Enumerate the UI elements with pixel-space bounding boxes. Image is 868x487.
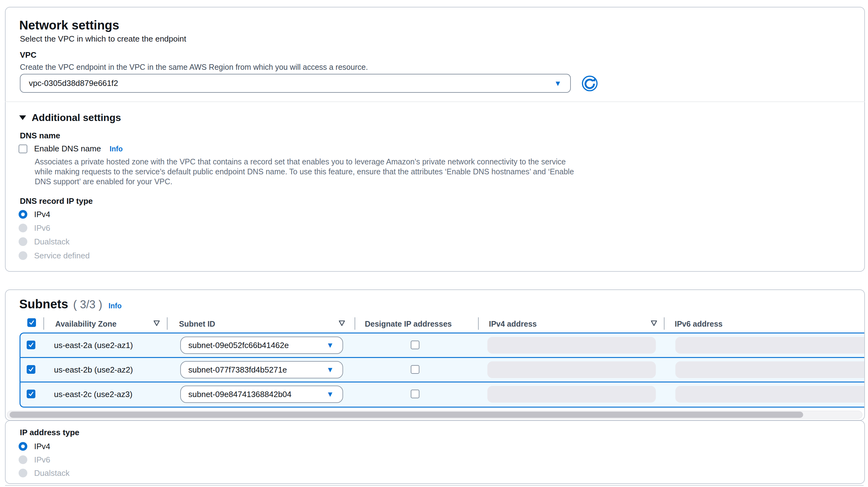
dns-ip-radio-dualstack-label: Dualstack xyxy=(34,237,69,247)
network-settings-title: Network settings xyxy=(19,18,119,32)
subnet-select-value: subnet-09e84741368842b04 xyxy=(188,386,291,402)
subnets-title: Subnets xyxy=(19,297,68,311)
subnets-count: ( 3/3 ) xyxy=(73,298,102,311)
col-header-subnet-id: Subnet ID xyxy=(179,319,215,329)
subnets-section: Subnets ( 3/3 ) Info Availability Zone S… xyxy=(5,290,865,421)
enable-dns-label: Enable DNS name xyxy=(34,144,101,154)
refresh-button[interactable] xyxy=(581,75,598,92)
sort-filter-icon-subnet-id[interactable] xyxy=(338,320,345,326)
ip-type-radio-ipv4: IPv4 xyxy=(19,442,50,451)
dns-description-line1: Associates a private hosted zone with th… xyxy=(35,157,574,166)
ip-address-type-label: IP address type xyxy=(20,428,80,437)
dns-description-line3: DNS support’ are enabled for your VPC. xyxy=(35,177,574,186)
dns-ip-radio-ipv4-label: IPv4 xyxy=(34,210,50,219)
select-all-checkbox[interactable] xyxy=(27,318,36,327)
col-header-availability-zone: Availability Zone xyxy=(55,319,117,329)
radio-selected-icon[interactable] xyxy=(19,210,27,219)
radio-selected-icon[interactable] xyxy=(19,442,27,451)
enable-dns-row: Enable DNS name Info xyxy=(19,144,123,154)
next-section-top-edge xyxy=(5,485,864,486)
ip-type-radio-ipv6: IPv6 xyxy=(19,455,50,465)
subnets-table: us-east-2a (use2-az1) subnet-09e052fc66b… xyxy=(20,333,864,407)
dns-name-label: DNS name xyxy=(20,131,60,141)
ip-type-radio-ipv4-label: IPv4 xyxy=(34,442,50,451)
subnet-select[interactable]: subnet-09e052fc66b41462e ▼ xyxy=(180,337,343,354)
subnet-select[interactable]: subnet-09e84741368842b04 ▼ xyxy=(180,386,343,403)
sort-filter-icon-ipv4[interactable] xyxy=(651,320,657,326)
enable-dns-checkbox[interactable] xyxy=(19,145,27,153)
table-row: us-east-2c (use2-az3) subnet-09e84741368… xyxy=(21,383,864,406)
horizontal-scrollbar-track[interactable] xyxy=(7,411,862,419)
ip-type-radio-dualstack: Dualstack xyxy=(19,468,69,478)
chevron-down-icon: ▼ xyxy=(327,362,334,378)
dns-ip-radio-ipv6-label: IPv6 xyxy=(34,223,50,233)
row-select-checkbox[interactable] xyxy=(27,390,35,398)
check-icon xyxy=(28,391,34,397)
ipv6-address-field xyxy=(675,361,864,378)
dns-description: Associates a private hosted zone with th… xyxy=(35,157,574,186)
ipv4-address-field xyxy=(487,337,656,354)
ip-type-radio-dualstack-label: Dualstack xyxy=(34,468,69,478)
vpc-label: VPC xyxy=(20,50,36,60)
col-header-ipv6-address: IPv6 address xyxy=(675,319,722,329)
ipv4-address-field xyxy=(487,386,656,403)
ipv6-address-field xyxy=(675,337,864,354)
col-header-ipv4-address: IPv4 address xyxy=(489,319,537,329)
column-divider xyxy=(43,317,44,330)
section-divider xyxy=(5,101,865,102)
ipv4-address-field xyxy=(487,361,656,378)
check-icon xyxy=(29,319,35,326)
row-select-checkbox[interactable] xyxy=(27,341,35,349)
check-icon xyxy=(28,366,34,372)
radio-disabled-icon xyxy=(19,237,27,246)
vpc-select[interactable]: vpc-0305d38d879e661f2 ▼ xyxy=(20,74,571,93)
radio-disabled-icon xyxy=(19,224,27,232)
dns-description-line2: while making requests to the service’s d… xyxy=(35,166,574,177)
radio-disabled-icon xyxy=(19,469,27,477)
check-icon xyxy=(28,342,34,348)
col-header-designate-ip: Designate IP addresses xyxy=(365,319,452,329)
designate-ip-checkbox[interactable] xyxy=(411,365,420,374)
dns-record-ip-type-label: DNS record IP type xyxy=(20,196,93,206)
table-row: us-east-2b (use2-az2) subnet-077f7383fd4… xyxy=(21,358,864,383)
horizontal-scrollbar-thumb[interactable] xyxy=(10,412,803,418)
dns-ip-radio-service-defined: Service defined xyxy=(19,251,90,261)
vpc-endpoint-create-page: Network settings Select the VPC in which… xyxy=(0,0,868,487)
subnets-title-row: Subnets ( 3/3 ) Info xyxy=(19,297,122,311)
designate-ip-checkbox[interactable] xyxy=(411,390,420,398)
ip-address-type-section: IP address type IPv4 IPv6 Dualstack xyxy=(5,420,865,484)
network-settings-section: Network settings Select the VPC in which… xyxy=(5,7,865,272)
subnets-info-link[interactable]: Info xyxy=(108,302,122,310)
subnet-select[interactable]: subnet-077f7383fd4b5271e ▼ xyxy=(180,361,343,378)
dns-ip-radio-ipv6: IPv6 xyxy=(19,223,50,233)
chevron-down-icon: ▼ xyxy=(327,386,334,402)
dns-info-link[interactable]: Info xyxy=(110,145,123,153)
availability-zone-cell: us-east-2b (use2-az2) xyxy=(54,358,133,382)
vpc-description: Create the VPC endpoint in the VPC in th… xyxy=(20,62,368,72)
ip-type-radio-ipv6-label: IPv6 xyxy=(34,455,50,465)
designate-ip-checkbox[interactable] xyxy=(411,341,420,349)
ipv6-address-field xyxy=(675,386,864,403)
radio-disabled-icon xyxy=(19,455,27,464)
expander-triangle-icon xyxy=(19,115,26,120)
additional-settings-title: Additional settings xyxy=(32,111,121,124)
vpc-select-value: vpc-0305d38d879e661f2 xyxy=(29,74,118,92)
column-divider xyxy=(167,317,167,330)
availability-zone-cell: us-east-2c (use2-az3) xyxy=(54,383,132,406)
column-divider xyxy=(354,317,355,330)
column-divider xyxy=(664,317,664,330)
chevron-down-icon: ▼ xyxy=(554,74,561,92)
dns-ip-radio-ipv4: IPv4 xyxy=(19,209,50,219)
column-divider xyxy=(478,317,479,330)
sort-filter-icon-az[interactable] xyxy=(153,320,160,326)
chevron-down-icon: ▼ xyxy=(327,337,334,353)
table-row: us-east-2a (use2-az1) subnet-09e052fc66b… xyxy=(21,333,864,358)
subnet-select-value: subnet-09e052fc66b41462e xyxy=(188,337,289,353)
additional-settings-expander[interactable]: Additional settings xyxy=(19,111,121,124)
refresh-icon xyxy=(581,75,598,92)
dns-ip-radio-dualstack: Dualstack xyxy=(19,237,69,247)
availability-zone-cell: us-east-2a (use2-az1) xyxy=(54,333,133,357)
network-settings-subtitle: Select the VPC in which to create the en… xyxy=(20,33,186,44)
radio-disabled-icon xyxy=(19,251,27,260)
row-select-checkbox[interactable] xyxy=(27,365,35,374)
